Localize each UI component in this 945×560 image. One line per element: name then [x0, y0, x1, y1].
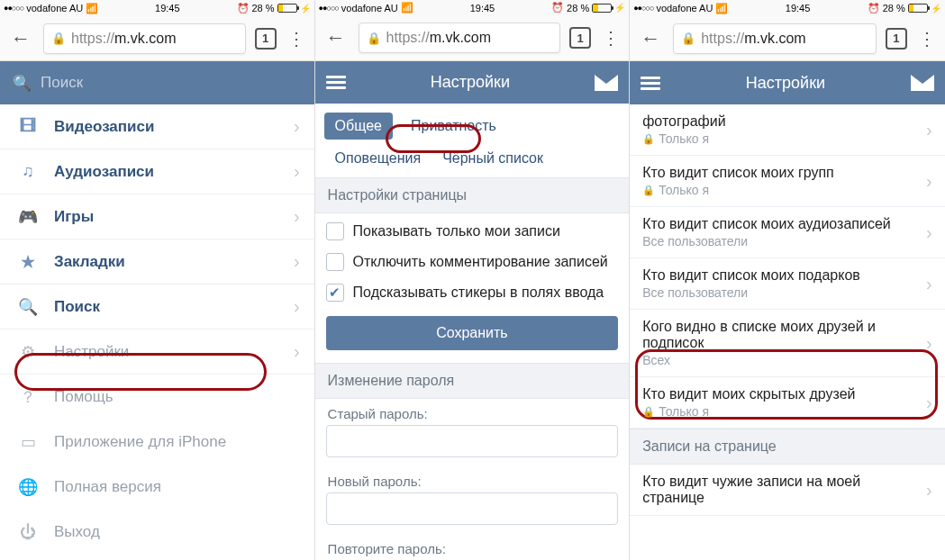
- row-title: Кто видит список моих групп: [642, 165, 834, 181]
- row-subtitle: Только я: [659, 183, 709, 197]
- battery-icon: [277, 4, 297, 13]
- browser-toolbar: ← 🔒https://m.vk.com 1 ⋮: [315, 16, 630, 61]
- chevron-right-icon: ›: [926, 480, 932, 501]
- menu-label: Игры: [54, 208, 94, 226]
- search-bar[interactable]: 🔍 Поиск: [0, 61, 314, 104]
- wifi-icon: 📶: [715, 3, 728, 14]
- menu-item-exit[interactable]: ⏻Выход: [0, 510, 314, 555]
- browser-toolbar: ← 🔒 https://m.vk.com 1 ⋮: [0, 16, 314, 61]
- tab-privacy[interactable]: Приватность: [400, 113, 507, 140]
- back-button[interactable]: ←: [637, 27, 664, 50]
- tab-blacklist[interactable]: Чёрный список: [439, 145, 554, 172]
- settings-tabs: Общее Приватность Оповещения Чёрный спис…: [315, 104, 630, 177]
- row-subtitle: Только я: [659, 131, 709, 146]
- battery-icon: [908, 4, 928, 13]
- check-only-my-posts[interactable]: Показывать только мои записи: [326, 222, 619, 240]
- gear-icon: ⚙: [18, 342, 38, 362]
- privacy-row-others-posts[interactable]: Кто видит чужие записи на моей странице …: [630, 465, 945, 516]
- url-scheme: https://: [386, 30, 430, 45]
- row-subtitle: Всех: [642, 353, 670, 367]
- input-new-password[interactable]: [326, 492, 619, 525]
- chevron-right-icon: ›: [294, 251, 300, 272]
- menu-item-settings[interactable]: ⚙Настройки›: [0, 330, 314, 375]
- status-bar: ●●○○○vodafone AU📶 19:45 ⏰28 %⚡: [315, 0, 630, 16]
- chevron-right-icon: ›: [294, 116, 300, 137]
- browser-menu-button[interactable]: ⋮: [600, 27, 622, 49]
- pane-menu: ●●○○○ vodafone AU 📶 19:45 ⏰ 28 % ⚡ ← 🔒 h…: [0, 0, 315, 560]
- section-wall-posts: Записи на странице: [630, 429, 945, 465]
- page-title: Настройки: [746, 74, 825, 93]
- menu-item-video[interactable]: 🎞Видеозаписи›: [0, 104, 314, 149]
- tabs-button[interactable]: 1: [255, 28, 277, 50]
- signal-icon: ●●○○○: [319, 4, 339, 13]
- privacy-row-audio[interactable]: Кто видит список моих аудиозаписейВсе по…: [630, 207, 945, 258]
- label-repeat-password: Повторите пароль:: [315, 534, 630, 560]
- chevron-right-icon: ›: [294, 206, 300, 227]
- battery-icon: [592, 4, 612, 13]
- tab-general[interactable]: Общее: [324, 113, 393, 140]
- search-icon: 🔍: [18, 297, 38, 317]
- chevron-right-icon: ›: [926, 393, 932, 413]
- check-disable-comments[interactable]: Отключить комментирование записей: [326, 253, 619, 271]
- privacy-row-friends-visible[interactable]: Кого видно в списке моих друзей и подпис…: [630, 310, 945, 377]
- tabs-button[interactable]: 1: [569, 27, 591, 49]
- search-icon: 🔍: [13, 74, 32, 93]
- menu-item-iphone-app[interactable]: ▭Приложение для iPhone: [0, 420, 314, 465]
- privacy-row-groups[interactable]: Кто видит список моих групп🔒Только я ›: [630, 156, 945, 207]
- carrier-label: vodafone AU: [26, 3, 83, 14]
- vk-header: Настройки: [315, 61, 630, 104]
- save-button[interactable]: Сохранить: [326, 316, 619, 350]
- menu-item-games[interactable]: 🎮Игры›: [0, 194, 314, 239]
- chevron-right-icon: ›: [294, 296, 300, 317]
- omnibox[interactable]: 🔒https://m.vk.com: [673, 23, 877, 54]
- lock-mini-icon: 🔒: [642, 185, 655, 196]
- carrier-label: vodafone AU: [341, 3, 398, 14]
- tabs-button[interactable]: 1: [886, 28, 907, 50]
- menu-label: Видеозаписи: [54, 118, 154, 136]
- browser-toolbar: ← 🔒https://m.vk.com 1 ⋮: [630, 16, 945, 61]
- tab-notifications[interactable]: Оповещения: [324, 145, 432, 172]
- lock-icon: 🔒: [51, 32, 66, 45]
- menu-item-help[interactable]: ？Помощь: [0, 375, 314, 420]
- browser-menu-button[interactable]: ⋮: [916, 28, 938, 50]
- chevron-right-icon: ›: [926, 171, 932, 192]
- menu-item-audio[interactable]: ♫Аудиозаписи›: [0, 149, 314, 194]
- hamburger-icon[interactable]: [641, 77, 660, 90]
- gamepad-icon: 🎮: [18, 207, 38, 227]
- back-button[interactable]: ←: [323, 26, 350, 50]
- back-button[interactable]: ←: [7, 27, 34, 50]
- menu-label: Настройки: [54, 343, 129, 361]
- check-label: Подсказывать стикеры в полях ввода: [353, 285, 604, 301]
- mail-icon[interactable]: [595, 75, 618, 91]
- browser-menu-button[interactable]: ⋮: [286, 28, 307, 50]
- search-placeholder: Поиск: [41, 74, 83, 92]
- url-scheme: https://: [701, 31, 744, 46]
- row-title: Кого видно в списке моих друзей и подпис…: [642, 319, 919, 351]
- input-old-password[interactable]: [326, 425, 619, 457]
- chevron-right-icon: ›: [926, 120, 932, 140]
- omnibox[interactable]: 🔒 https://m.vk.com: [43, 23, 246, 54]
- privacy-row-photos[interactable]: фотографий🔒Только я ›: [630, 104, 945, 156]
- privacy-row-hidden-friends[interactable]: Кто видит моих скрытых друзей🔒Только я ›: [630, 377, 945, 429]
- menu-item-search[interactable]: 🔍Поиск›: [0, 285, 314, 330]
- mail-icon[interactable]: [911, 75, 934, 91]
- section-change-password: Изменение пароля: [315, 363, 630, 399]
- pane-privacy: ●●○○○vodafone AU📶 19:45 ⏰28 %⚡ ← 🔒https:…: [630, 0, 945, 560]
- chevron-right-icon: ›: [294, 161, 300, 182]
- menu-item-bookmarks[interactable]: ★Закладки›: [0, 239, 314, 285]
- privacy-row-gifts[interactable]: Кто видит список моих подарковВсе пользо…: [630, 258, 945, 310]
- menu-item-full-version[interactable]: 🌐Полная версия: [0, 465, 314, 510]
- menu-label: Помощь: [54, 388, 114, 406]
- hamburger-icon[interactable]: [326, 76, 346, 89]
- wifi-icon: 📶: [86, 3, 98, 14]
- row-title: фотографий: [642, 113, 725, 130]
- menu-label: Выход: [54, 523, 100, 541]
- signal-icon: ●●○○○: [633, 4, 653, 13]
- check-sticker-suggest[interactable]: ✔Подсказывать стикеры в полях ввода: [326, 284, 619, 302]
- music-icon: ♫: [18, 162, 38, 181]
- carrier-label: vodafone AU: [656, 3, 713, 14]
- globe-icon: 🌐: [18, 477, 38, 497]
- url-host: m.vk.com: [744, 31, 805, 46]
- omnibox[interactable]: 🔒https://m.vk.com: [359, 23, 561, 53]
- url-scheme: https://: [71, 31, 114, 46]
